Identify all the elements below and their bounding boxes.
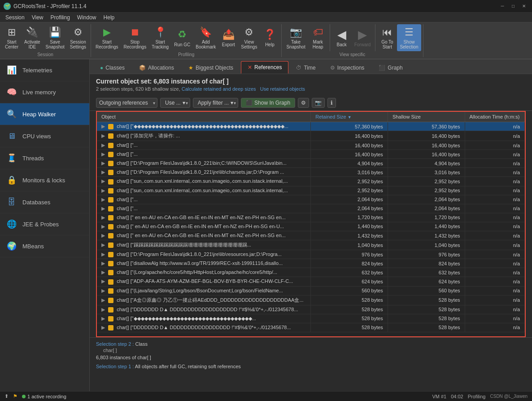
forward-button[interactable]: ▶ Forward	[352, 24, 374, 51]
object-column-header[interactable]: Object	[97, 112, 311, 122]
apply-filter-button[interactable]: Apply filter ... ▾	[193, 98, 238, 108]
use-retained-objects-link[interactable]: Use retained objects	[260, 86, 305, 92]
camera-button[interactable]: 📷	[312, 98, 325, 108]
sidebar-item-telemetries[interactable]: 📊 Telemetries	[0, 59, 89, 81]
selection-step-1-link[interactable]: Selection step 1 :	[96, 364, 134, 369]
table-row[interactable]: ▶ char[] ["... 16,400 bytes 16,400 bytes…	[97, 141, 525, 150]
take-snapshot-button[interactable]: 📷 TakeSnapshot	[283, 24, 308, 51]
table-row[interactable]: ▶ char[] ["ADP-AFA-ATS-AYM-AZM-BEF-BGL-B…	[97, 277, 525, 286]
row-expand-icon[interactable]: ▶	[101, 260, 105, 266]
sidebar-item-threads[interactable]: 🧵 Threads	[0, 147, 89, 169]
run-gc-button[interactable]: ♻ Run GC	[171, 24, 193, 51]
flag-icon[interactable]: ⚑	[13, 393, 17, 399]
row-expand-icon[interactable]: ▶	[101, 160, 105, 166]
table-row[interactable]: ▶ char[] ["(Lorg/apache/hc/core5/http/Ht…	[97, 268, 525, 277]
table-row[interactable]: ▶ char[] ["DDDDDDD D▲ DDDDDDDDDDDDDDDDDD…	[97, 305, 525, 314]
minimize-button[interactable]: ─	[498, 3, 507, 10]
table-row[interactable]: ▶ char[] ["sun,.com.sun.xml.internal,.co…	[97, 177, 525, 186]
row-expand-icon[interactable]: ▶	[101, 206, 105, 211]
tab-inspections[interactable]: ⚙ Inspections	[323, 61, 371, 74]
table-row[interactable]: ▶ char[] ["(Ljava/lang/String;Lorg/bson/…	[97, 286, 525, 295]
add-bookmark-button[interactable]: 🔖 AddBookmark	[193, 24, 218, 51]
row-expand-icon[interactable]: ▶	[101, 123, 105, 129]
sidebar-item-live-memory[interactable]: 🧠 Live memory	[0, 81, 89, 103]
row-expand-icon[interactable]: ▶	[101, 188, 105, 193]
start-tracking-button[interactable]: 📍 StartTracking	[149, 24, 171, 51]
selection-step-2-link[interactable]: Selection step 2 :	[96, 341, 134, 347]
table-row[interactable]: ▶ char[] ["disallowAlg http://www.w3.org…	[97, 259, 525, 268]
sidebar-item-cpu-views[interactable]: 🖥 CPU views	[0, 125, 89, 147]
retained-size-column-header[interactable]: Retained Size ▼	[311, 112, 388, 122]
menu-session[interactable]: Session	[2, 13, 28, 22]
use-button[interactable]: Use ... ▾	[160, 98, 190, 108]
row-expand-icon[interactable]: ▶	[101, 178, 105, 184]
row-expand-icon[interactable]: ▶	[101, 288, 105, 293]
row-expand-icon[interactable]: ▶	[101, 224, 105, 229]
tab-classes[interactable]: ● Classes	[93, 61, 131, 74]
sidebar-item-monitors-locks[interactable]: 🔒 Monitors & locks	[0, 169, 89, 191]
menu-window[interactable]: Window	[74, 13, 100, 22]
menu-view[interactable]: View	[28, 13, 47, 22]
tab-graph[interactable]: ⬛ Graph	[372, 61, 409, 74]
maximize-button[interactable]: □	[509, 3, 518, 10]
table-row[interactable]: ▶ char[] ["◆◆◆◆◆◆◆◆◆◆◆◆◆◆◆◆◆◆◆◆◆◆◆◆◆◆◆◆◆…	[97, 122, 525, 131]
table-row[interactable]: ▶ char[] ["A盒◎原鑫◎ 乃乙①一搂止碍AEdDDD_DDDDDDDD…	[97, 295, 525, 305]
row-expand-icon[interactable]: ▶	[101, 316, 105, 321]
show-in-graph-button[interactable]: ⬛ Show In Graph	[241, 98, 295, 108]
row-expand-icon[interactable]: ▶	[101, 197, 105, 202]
stop-recordings-button[interactable]: ⏹ StopRecordings	[121, 24, 149, 51]
table-row[interactable]: ▶ char[] ["◆◆◆◆◆◆◆◆◆◆◆◆◆◆◆◆◆◆◆◆◆◆◆◆◆◆◆◆◆…	[97, 314, 525, 323]
row-expand-icon[interactable]: ▶	[101, 269, 105, 275]
view-settings-button[interactable]: ⚙ ViewSettings	[238, 24, 260, 51]
row-expand-icon[interactable]: ▶	[101, 133, 105, 138]
export-button[interactable]: 📤 Export	[218, 24, 238, 51]
sidebar-item-jee-probes[interactable]: 🌐 JEE & Probes	[0, 213, 89, 235]
help-button[interactable]: ❓ Help	[260, 24, 279, 51]
alloc-time-column-header[interactable]: Allocation Time (h:m:s)	[465, 112, 525, 122]
mark-heap-button[interactable]: 🏷 MarkHeap	[308, 24, 328, 51]
row-expand-icon[interactable]: ▶	[101, 297, 105, 303]
go-to-start-button[interactable]: ⏮ Go ToStart	[377, 24, 397, 51]
table-row[interactable]: ▶ char[] ["DDDDDDD D▲ DDDDDDDDDDDDDDDDD …	[97, 323, 525, 332]
tab-references[interactable]: ✕ References	[241, 61, 288, 74]
table-row[interactable]: ▶ char[] ["... 16,400 bytes 16,400 bytes…	[97, 150, 525, 159]
show-selection-button[interactable]: ☰ ShowSelection	[397, 24, 421, 51]
table-row[interactable]: ▶ char[] ["踢踢踢踢踢踢踢踢踢踢踢堋堋堋堋堋堋堋堋堋堋堋踢... 1,…	[97, 240, 525, 250]
start-center-button[interactable]: ⊞ StartCenter	[2, 24, 22, 51]
menu-profiling[interactable]: Profiling	[47, 13, 74, 22]
row-expand-icon[interactable]: ▶	[101, 233, 105, 238]
activate-ide-button[interactable]: 🔌 ActivateIDE	[22, 24, 43, 51]
nav-up-icon[interactable]: ⬆	[4, 393, 9, 399]
close-button[interactable]: ✕	[519, 3, 528, 10]
row-expand-icon[interactable]: ▶	[101, 325, 105, 330]
table-row[interactable]: ▶ char[] ["D:\Program Files\Java\jdk1.8.…	[97, 250, 525, 259]
menu-help[interactable]: Help	[100, 13, 118, 22]
info-button[interactable]: ℹ	[327, 98, 336, 108]
session-settings-button[interactable]: ⚙ SessionSettings	[67, 24, 89, 51]
row-expand-icon[interactable]: ▶	[101, 307, 105, 312]
table-row[interactable]: ▶ char[] ["添加完毕，请操作: ... 16,400 bytes 16…	[97, 131, 525, 141]
table-settings-button[interactable]: ⚙	[298, 98, 309, 108]
tab-allocations[interactable]: 📦 Allocations	[132, 61, 181, 74]
row-expand-icon[interactable]: ▶	[101, 169, 105, 175]
table-row[interactable]: ▶ char[] ["sun,.com.sun.xml.internal,.co…	[97, 186, 525, 195]
tab-biggest-objects[interactable]: ★ Biggest Objects	[182, 61, 240, 74]
sidebar-item-mbeans[interactable]: 🌍 MBeans	[0, 235, 89, 257]
shallow-size-column-header[interactable]: Shallow Size	[388, 112, 465, 122]
table-row[interactable]: ▶ char[] [" en en-AU en-CA en-GB en-IE e…	[97, 213, 525, 222]
row-expand-icon[interactable]: ▶	[101, 251, 105, 257]
reference-type-select[interactable]: Outgoing references Incoming references	[96, 98, 157, 108]
start-recordings-button[interactable]: ▶ StartRecordings	[93, 24, 121, 51]
table-row[interactable]: ▶ char[] [" en-AU en-CA en-GB en-IE en-I…	[97, 222, 525, 231]
row-expand-icon[interactable]: ▶	[101, 278, 105, 284]
table-row[interactable]: ▶ char[] ["... 2,064 bytes 2,064 bytes n…	[97, 204, 525, 213]
row-expand-icon[interactable]: ▶	[101, 151, 105, 157]
save-snapshot-button[interactable]: 💾 SaveSnapshot	[43, 24, 67, 51]
row-expand-icon[interactable]: ▶	[101, 242, 105, 247]
calculate-retained-link[interactable]: Calculate retained and deep sizes	[182, 86, 256, 92]
row-expand-icon[interactable]: ▶	[101, 142, 105, 148]
table-row[interactable]: ▶ char[] [" en en-AU en-CA en-GB en-IE e…	[97, 231, 525, 240]
table-row[interactable]: ▶ char[] ["D:\Program Files\Java\jdk1.8.…	[97, 168, 525, 177]
table-row[interactable]: ▶ char[] ["... 2,064 bytes 2,064 bytes n…	[97, 195, 525, 204]
table-row[interactable]: ▶ char[] ["D:\Program Files\Java\jdk1.8.…	[97, 159, 525, 168]
